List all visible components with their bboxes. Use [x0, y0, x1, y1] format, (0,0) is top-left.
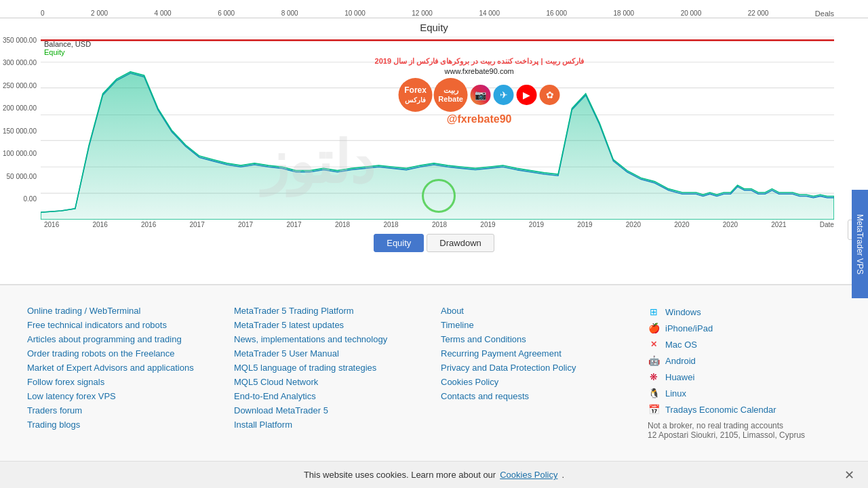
fxrebate-overlay: فارکس ربیت | پرداخت کننده ربیت در بروکره…	[375, 57, 584, 125]
top-axis-4: 8 000	[281, 9, 298, 18]
top-axis-10: 20 000	[681, 9, 702, 18]
fxrebate-url: www.fxrebate90.com	[445, 67, 514, 75]
fxrebate-handle: @fxrebate90	[447, 113, 512, 125]
top-axis-8: 16 000	[546, 9, 567, 18]
footer-link-timeline[interactable]: Timeline	[441, 320, 474, 330]
footer-col-1: Online trading / WebTerminal Free techni…	[27, 306, 220, 440]
date-2019b: 2019	[529, 221, 544, 228]
platform-tradays[interactable]: 📅 Tradays Economic Calendar	[648, 403, 841, 415]
footer-link-articles[interactable]: Articles about programming and trading	[27, 334, 182, 344]
footer-link-privacy[interactable]: Privacy and Data Protection Policy	[441, 363, 576, 373]
date-2016a: 2016	[44, 221, 59, 228]
instagram-icon: 📷	[471, 85, 491, 105]
top-axis-3: 6 000	[218, 9, 235, 18]
footer-link-market[interactable]: Market of Expert Advisors and applicatio…	[27, 363, 194, 373]
legend-equity: Equity	[44, 48, 91, 56]
footer-link-contacts[interactable]: Contacts and requests	[441, 391, 529, 401]
top-axis-6: 12 000	[412, 9, 433, 18]
platform-huawei[interactable]: ❋ Huawei	[648, 371, 841, 383]
telegram-icon: ✈	[494, 85, 514, 105]
top-axis-2: 4 000	[155, 9, 172, 18]
footer-link-online-trading[interactable]: Online trading / WebTerminal	[27, 306, 140, 316]
cookie-banner: This website uses cookies. Learn more ab…	[0, 461, 868, 467]
windows-icon: ⊞	[648, 306, 660, 318]
date-2017b: 2017	[238, 221, 253, 228]
top-axis-1: 2 000	[91, 9, 108, 18]
mac-icon: ✕	[648, 338, 660, 350]
date-2020b: 2020	[674, 221, 689, 228]
date-2018c: 2018	[432, 221, 447, 228]
cursor-circle	[422, 179, 456, 213]
footer-link-mt5-platform[interactable]: MetaTrader 5 Trading Platform	[234, 306, 354, 316]
metatrader-vps-label: MetaTrader VPS	[855, 214, 865, 274]
footer-link-analytics[interactable]: End-to-End Analytics	[234, 391, 316, 401]
date-2016c: 2016	[141, 221, 156, 228]
drawdown-button[interactable]: Drawdown	[427, 234, 494, 252]
legend-balance: Balance, USD	[44, 40, 91, 48]
platform-iphone[interactable]: 🍎 iPhone/iPad	[648, 322, 841, 334]
y-label-1: 50 000.00	[7, 173, 37, 180]
fxrebate-top-text: فارکس ربیت | پرداخت کننده ربیت در بروکره…	[375, 57, 584, 66]
date-2020c: 2020	[723, 221, 738, 228]
footer-link-recurring[interactable]: Recurring Payment Agreement	[441, 348, 561, 359]
top-axis-0: 0	[41, 9, 45, 18]
footer-col-4: ⊞ Windows 🍎 iPhone/iPad ✕ Mac OS 🤖 Andro…	[648, 306, 841, 440]
y-label-2: 100 000.00	[3, 150, 37, 157]
tradays-icon: 📅	[648, 403, 660, 415]
linux-icon: 🐧	[648, 387, 660, 399]
footer-link-forum[interactable]: Traders forum	[27, 405, 82, 415]
y-label-6: 300 000.00	[3, 59, 37, 66]
footer-link-news[interactable]: News, implementations and technology	[234, 334, 387, 344]
footer-link-terms[interactable]: Terms and Conditions	[441, 334, 526, 344]
chart-container: 0 2 000 4 000 6 000 8 000 10 000 12 000 …	[0, 0, 868, 285]
huawei-icon: ❋	[648, 371, 660, 383]
android-icon: 🤖	[648, 354, 660, 367]
footer-link-vps[interactable]: Low latency forex VPS	[27, 391, 116, 401]
top-axis-11: 22 000	[748, 9, 769, 18]
footer-link-about[interactable]: About	[441, 306, 464, 316]
not-broker-text: Not a broker, no real trading accounts	[648, 421, 841, 430]
footer-col-3: About Timeline Terms and Conditions Recu…	[441, 306, 634, 440]
footer-link-free-indicators[interactable]: Free technical indicators and robots	[27, 320, 167, 330]
fxrebate-rebate-logo: ربیتRebate	[434, 78, 468, 112]
top-axis-5: 10 000	[344, 9, 366, 18]
date-2019c: 2019	[577, 221, 592, 228]
footer-link-blogs[interactable]: Trading blogs	[27, 420, 80, 430]
footer-link-download[interactable]: Download MetaTrader 5	[234, 405, 328, 415]
date-2016b: 2016	[92, 221, 107, 228]
address-text: 12 Apostari Sioukri, 2105, Limassol, Cyp…	[648, 430, 841, 440]
svg-text:دلتوز: دلتوز	[259, 130, 375, 198]
apple-icon: 🍎	[648, 322, 660, 334]
footer-link-order-robots[interactable]: Order trading robots on the Freelance	[27, 348, 175, 359]
platform-mac[interactable]: ✕ Mac OS	[648, 338, 841, 350]
footer-link-cloud[interactable]: MQL5 Cloud Network	[234, 377, 318, 387]
footer-grid: Online trading / WebTerminal Free techni…	[27, 306, 841, 440]
y-label-4: 200 000.00	[3, 104, 37, 112]
date-2018a: 2018	[335, 221, 350, 228]
chart-title: Equity	[0, 22, 868, 33]
date-label: Date	[820, 221, 834, 228]
y-label-7: 350 000.00	[3, 37, 37, 44]
top-axis-9: 18 000	[614, 9, 635, 18]
date-2019a: 2019	[480, 221, 495, 228]
platform-linux[interactable]: 🐧 Linux	[648, 387, 841, 399]
footer-link-mql5[interactable]: MQL5 language of trading strategies	[234, 363, 376, 373]
y-label-0: 0.00	[24, 195, 37, 203]
footer-link-cookies[interactable]: Cookies Policy	[441, 377, 498, 387]
platform-windows[interactable]: ⊞ Windows	[648, 306, 841, 318]
chart-buttons: Equity Drawdown	[0, 234, 868, 252]
date-2017a: 2017	[189, 221, 204, 228]
footer-link-install[interactable]: Install Platform	[234, 420, 292, 430]
footer-link-signals[interactable]: Follow forex signals	[27, 377, 104, 387]
metatrader-vps-sidebar[interactable]: MetaTrader VPS	[852, 190, 868, 298]
footer-link-mt5-updates[interactable]: MetaTrader 5 latest updates	[234, 320, 344, 330]
equity-button[interactable]: Equity	[374, 234, 424, 252]
other-social-icon: ✿	[540, 85, 560, 105]
footer-link-user-manual[interactable]: MetaTrader 5 User Manual	[234, 348, 339, 359]
top-axis-7: 14 000	[479, 9, 500, 18]
date-2021: 2021	[771, 221, 786, 228]
date-2020a: 2020	[626, 221, 641, 228]
platform-android[interactable]: 🤖 Android	[648, 354, 841, 367]
fxrebate-forex-logo: Forexفارکس	[399, 78, 433, 112]
youtube-icon: ▶	[517, 85, 537, 105]
